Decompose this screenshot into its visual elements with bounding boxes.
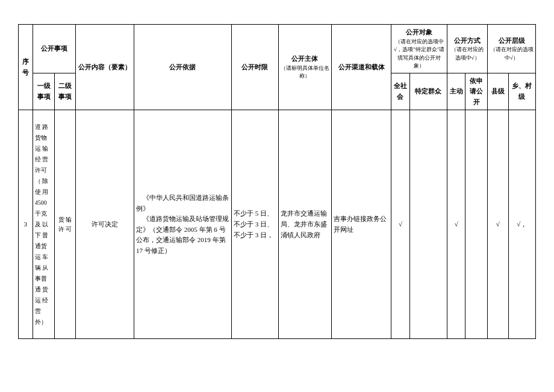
cell-seq: 3	[19, 110, 33, 339]
hdr-timelimit: 公开时限	[231, 25, 278, 110]
hdr-basis: 公开依据	[134, 25, 232, 110]
hdr-level: 公开层级 （请在对应的选项中√）	[488, 25, 536, 73]
disclosure-table: 序号 公开事项 公开内容（要素） 公开依据 公开时限 公开主体 （请标明具体单位…	[18, 24, 536, 339]
hdr-level-title: 公开层级	[499, 37, 525, 44]
cell-village: √，	[508, 110, 535, 339]
hdr-content: 公开内容（要素）	[75, 25, 134, 110]
cell-channel: 吉事办链接政务公开网址	[332, 110, 391, 339]
cell-l1: 道 路 货物 运 输经 营 许可（ 除使 用 4500 千克 及 以下 普 通货…	[33, 110, 55, 339]
cell-active: √	[447, 110, 465, 339]
cell-specific	[409, 110, 447, 339]
hdr-method-title: 公开方式	[454, 37, 481, 44]
hdr-level2: 二级事项	[55, 73, 76, 110]
hdr-seq: 序号	[19, 25, 33, 110]
hdr-subject-note: （请标明具体单位名称）	[281, 64, 329, 81]
hdr-method: 公开方式 （请在对应的选项中√）	[447, 25, 488, 73]
hdr-all-society: 全社会	[391, 73, 409, 110]
hdr-subject-title: 公开主体	[291, 55, 318, 62]
hdr-channel: 公开渠道和载体	[332, 25, 391, 110]
cell-subject: 龙井市交通运输局、龙井市东盛涌镇人民政府	[278, 110, 331, 339]
cell-l2: 货 输 许 可	[55, 110, 76, 339]
cell-content: 许可决定	[75, 110, 134, 339]
hdr-method-note: （请在对应的选项中√）	[449, 46, 485, 62]
hdr-specific: 特定群众	[409, 73, 447, 110]
cell-on-apply	[465, 110, 488, 339]
hdr-matter: 公开事项	[33, 25, 75, 73]
cell-all-society: √	[391, 110, 409, 339]
cell-county: √	[488, 110, 509, 339]
hdr-target-title: 公开对象	[406, 28, 432, 36]
hdr-active: 主动	[447, 73, 465, 110]
table-header: 序号 公开事项 公开内容（要素） 公开依据 公开时限 公开主体 （请标明具体单位…	[19, 25, 536, 110]
hdr-county: 县级	[488, 73, 509, 110]
hdr-level-note: （请在对应的选项中√）	[490, 46, 534, 62]
table-row: 3 道 路 货物 运 输经 营 许可（ 除使 用 4500 千克 及 以下 普 …	[19, 110, 536, 339]
hdr-level1: 一级事项	[33, 73, 55, 110]
hdr-subject: 公开主体 （请标明具体单位名称）	[278, 25, 331, 110]
hdr-on-apply: 依申请公开	[465, 73, 488, 110]
cell-basis: 《中华人民共和国道路运输条例》 《道路货物运输及站场管理规定》（交通部令 200…	[134, 110, 232, 339]
hdr-target-note: （请在对应的选项中√，选项"特定群众"请填写具体的公开对象）	[393, 38, 445, 70]
hdr-target: 公开对象 （请在对应的选项中√，选项"特定群众"请填写具体的公开对象）	[391, 25, 447, 73]
hdr-village: 乡、村级	[508, 73, 535, 110]
cell-timelimit: 不少于 5 日、不少于 3 日、不少于 3 日，	[231, 110, 278, 339]
